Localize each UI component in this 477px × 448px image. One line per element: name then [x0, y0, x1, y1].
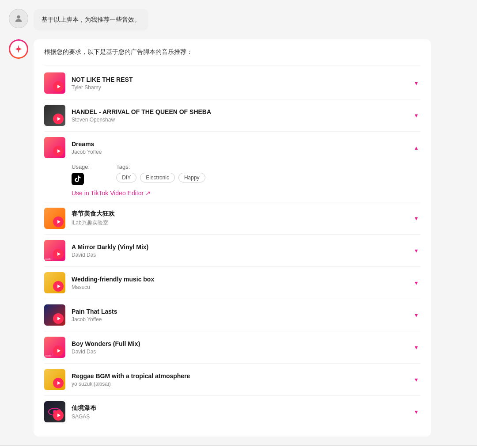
- divider: [44, 65, 420, 65]
- ai-message-row: 根据您的要求，以下是基于您的广告脚本的音乐推荐： NOT LIKE THE RE…: [0, 35, 477, 441]
- play-icon: [57, 414, 61, 417]
- play-icon: [57, 285, 61, 288]
- track-title: HANDEL - ARRIVAL OF THE QUEEN OF SHEBA: [72, 108, 407, 115]
- track-info: NOT LIKE THE REST Tyler Shamy: [72, 76, 407, 91]
- track-thumbnail: audio: [44, 337, 65, 358]
- play-icon: [57, 149, 61, 153]
- play-button[interactable]: [53, 114, 64, 124]
- track-title: Dreams: [72, 140, 407, 148]
- track-item[interactable]: Pain That Lasts Jacob Yoffee ▾: [44, 299, 420, 331]
- chevron-down-icon[interactable]: ▾: [412, 278, 420, 287]
- chevron-down-icon[interactable]: ▾: [412, 311, 420, 319]
- track-item[interactable]: audio A Mirror Darkly (Vinyl Mix) David …: [44, 235, 420, 267]
- track-item-expanded-container: Dreams Jacob Yoffee ▴ Usage:: [44, 132, 420, 202]
- user-message-text: 基于以上脚本，为我推荐一些音效。: [42, 16, 140, 23]
- play-button[interactable]: [53, 378, 64, 388]
- ai-response-bubble: 根据您的要求，以下是基于您的广告脚本的音乐推荐： NOT LIKE THE RE…: [34, 39, 431, 437]
- track-item[interactable]: Wedding-friendly music box Masucu ▾: [44, 267, 420, 299]
- chevron-down-icon[interactable]: ▾: [412, 214, 420, 223]
- tags-section: Tags: DIY Electronic Happy: [116, 163, 205, 182]
- tag-diy[interactable]: DIY: [116, 173, 136, 182]
- track-item[interactable]: HANDEL - ARRIVAL OF THE QUEEN OF SHEBA S…: [44, 99, 420, 132]
- track-title: Reggae BGM with a tropical atmosphere: [72, 372, 407, 380]
- track-artist: Steven Openshaw: [72, 117, 407, 123]
- ai-sparkle-icon: [14, 44, 23, 54]
- track-info: A Mirror Darkly (Vinyl Mix) David Das: [72, 243, 407, 258]
- track-item[interactable]: Dreams Jacob Yoffee ▴: [44, 132, 420, 163]
- track-info: Wedding-friendly music box Masucu: [72, 276, 407, 290]
- track-info: Reggae BGM with a tropical atmosphere yo…: [72, 372, 407, 387]
- play-button[interactable]: [53, 146, 64, 156]
- play-icon: [57, 117, 61, 121]
- track-thumbnail: [44, 272, 65, 293]
- track-expanded-content: Usage: Tags:: [44, 163, 420, 202]
- ai-avatar-inner: [10, 41, 27, 57]
- play-icon: [57, 381, 61, 385]
- track-info: Pain That Lasts Jacob Yoffee: [72, 308, 407, 323]
- track-thumbnail: audio: [44, 240, 65, 261]
- track-item[interactable]: audio Boy Wonders (Full Mix) David Das ▾: [44, 331, 420, 364]
- play-button[interactable]: [53, 410, 64, 421]
- ai-avatar: [9, 39, 28, 59]
- track-title: A Mirror Darkly (Vinyl Mix): [72, 243, 407, 251]
- track-item[interactable]: NOT LIKE THE REST Tyler Shamy ▾: [44, 67, 420, 99]
- tiktok-icon: [72, 173, 84, 185]
- usage-section: Usage:: [72, 163, 90, 185]
- svg-point-0: [17, 15, 20, 19]
- play-button[interactable]: [53, 313, 64, 324]
- track-artist: yo suzuki(akisai): [72, 381, 407, 387]
- chevron-down-icon[interactable]: ▾: [412, 111, 420, 120]
- track-thumbnail: [44, 105, 65, 126]
- track-info: HANDEL - ARRIVAL OF THE QUEEN OF SHEBA S…: [72, 108, 407, 123]
- track-artist: Jacob Yoffee: [72, 316, 407, 323]
- thumb-label: audio: [45, 354, 52, 357]
- tag-happy[interactable]: Happy: [178, 173, 205, 182]
- tag-electronic[interactable]: Electronic: [140, 173, 175, 182]
- user-message-row: 基于以上脚本，为我推荐一些音效。: [0, 4, 477, 35]
- tags-label: Tags:: [116, 163, 205, 170]
- track-item[interactable]: 仙境瀑布 SAGAS ▾: [44, 396, 420, 428]
- track-item[interactable]: Reggae BGM with a tropical atmosphere yo…: [44, 364, 420, 396]
- play-button[interactable]: [53, 345, 64, 356]
- play-button[interactable]: [53, 249, 64, 259]
- user-message-bubble: 基于以上脚本，为我推荐一些音效。: [34, 9, 148, 30]
- track-artist: Jacob Yoffee: [72, 149, 407, 155]
- track-thumbnail: [44, 304, 65, 326]
- track-list: NOT LIKE THE REST Tyler Shamy ▾ HANDEL -…: [44, 67, 420, 428]
- chevron-down-icon[interactable]: ▾: [412, 407, 420, 416]
- chevron-down-icon[interactable]: ▾: [412, 79, 420, 87]
- track-thumbnail: [44, 72, 65, 94]
- user-avatar: [9, 9, 28, 28]
- track-title: Wedding-friendly music box: [72, 276, 407, 283]
- chevron-down-icon[interactable]: ▾: [412, 343, 420, 352]
- response-intro-text: 根据您的要求，以下是基于您的广告脚本的音乐推荐：: [44, 48, 420, 56]
- tags-container: DIY Electronic Happy: [116, 173, 205, 182]
- bottom-bar: Ask anything...: [0, 445, 477, 448]
- thumb-label: audio: [45, 258, 52, 260]
- track-info: Boy Wonders (Full Mix) David Das: [72, 340, 407, 355]
- play-button[interactable]: [53, 281, 64, 292]
- track-artist: iLab兴趣实验室: [72, 219, 407, 227]
- use-in-editor-link[interactable]: Use in TikTok Video Editor ↗: [72, 190, 420, 197]
- play-icon: [57, 317, 61, 320]
- chevron-up-icon[interactable]: ▴: [412, 143, 420, 152]
- track-info: 仙境瀑布 SAGAS: [72, 404, 407, 420]
- play-icon: [57, 349, 61, 353]
- chevron-down-icon[interactable]: ▾: [412, 246, 420, 255]
- track-artist: Masucu: [72, 284, 407, 290]
- play-icon: [57, 85, 61, 88]
- track-artist: David Das: [72, 252, 407, 258]
- track-title: 春节美食大狂欢: [72, 210, 407, 218]
- track-thumbnail: [44, 208, 65, 229]
- track-info: Dreams Jacob Yoffee: [72, 140, 407, 155]
- track-item[interactable]: 春节美食大狂欢 iLab兴趣实验室 ▾: [44, 202, 420, 235]
- track-artist: Tyler Shamy: [72, 84, 407, 91]
- track-title: 仙境瀑布: [72, 404, 407, 412]
- play-button[interactable]: [53, 216, 64, 227]
- track-thumbnail: [44, 401, 65, 422]
- play-button[interactable]: [53, 81, 64, 92]
- chevron-down-icon[interactable]: ▾: [412, 375, 420, 384]
- track-thumbnail: [44, 369, 65, 390]
- track-title: Boy Wonders (Full Mix): [72, 340, 407, 347]
- track-artist: SAGAS: [72, 414, 407, 420]
